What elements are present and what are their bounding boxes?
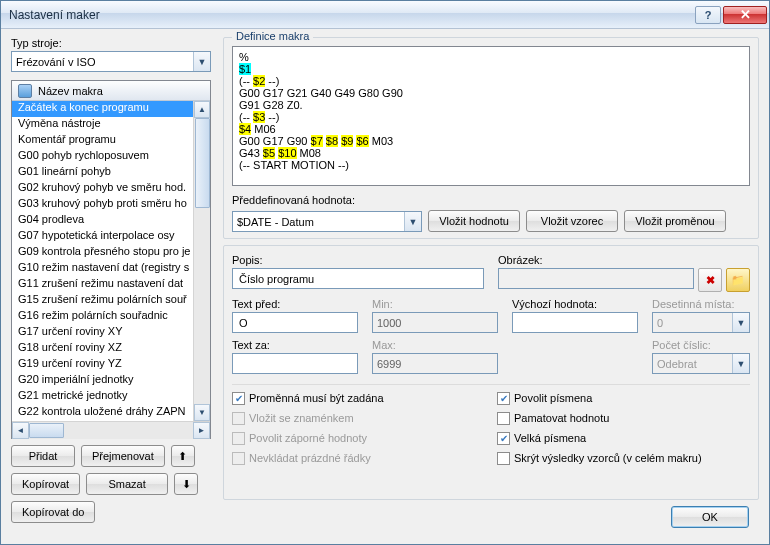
chk-hide[interactable] [497, 452, 510, 465]
machine-type-value: Frézování v ISO [16, 56, 95, 68]
image-label: Obrázek: [498, 254, 750, 266]
text-before-field[interactable] [237, 316, 353, 330]
list-item[interactable]: G04 prodleva [12, 213, 193, 229]
folder-icon: 📁 [731, 274, 745, 287]
machine-type-label: Typ stroje: [11, 37, 211, 49]
insert-variable-button[interactable]: Vložit proměnou [624, 210, 726, 232]
digits-value: Odebrat [657, 358, 697, 370]
chk-must-enter[interactable]: ✔ [232, 392, 245, 405]
close-button[interactable]: ✕ [723, 6, 767, 24]
vscroll-thumb[interactable] [195, 118, 210, 208]
macro-listbox[interactable]: Název makra Začátek a konec programuVýmě… [11, 80, 211, 439]
chevron-down-icon: ▼ [732, 354, 749, 373]
list-hscroll[interactable]: ◄ ► [12, 421, 210, 438]
move-up-button[interactable]: ⬆ [171, 445, 195, 467]
list-vscroll[interactable]: ▲ ▼ [193, 101, 210, 421]
properties-group: Popis: Obrázek: ✖ 📁 Text před: [223, 245, 759, 500]
chevron-down-icon: ▼ [193, 52, 210, 71]
decimals-combo: 0 ▼ [652, 312, 750, 333]
predef-value: $DATE - Datum [237, 216, 314, 228]
predef-combo[interactable]: $DATE - Datum ▼ [232, 211, 422, 232]
list-item[interactable]: G00 pohyb rychloposuvem [12, 149, 193, 165]
clear-image-button[interactable]: ✖ [698, 268, 722, 292]
definition-title: Definice makra [232, 30, 313, 42]
chk-signed-label: Vložit se znaménkem [249, 412, 354, 424]
chk-noempty [232, 452, 245, 465]
max-value: 6999 [372, 353, 498, 374]
min-label: Min: [372, 298, 498, 310]
list-item[interactable]: G03 kruhový pohyb proti směru ho [12, 197, 193, 213]
text-before-input[interactable] [232, 312, 358, 333]
list-item[interactable]: G09 kontrola přesného stopu pro je [12, 245, 193, 261]
default-field[interactable] [517, 316, 633, 330]
list-item[interactable]: G19 určení roviny YZ [12, 357, 193, 373]
list-item[interactable]: G16 režim polárních souřadnic [12, 309, 193, 325]
hscroll-thumb[interactable] [29, 423, 64, 438]
titlebar: Nastavení maker ? ✕ [1, 1, 769, 29]
list-item[interactable]: G18 určení roviny XZ [12, 341, 193, 357]
digits-label: Počet číslic: [652, 339, 750, 351]
add-button[interactable]: Přidat [11, 445, 75, 467]
list-item[interactable]: G11 zrušení režimu nastavení dat [12, 277, 193, 293]
chk-letters[interactable]: ✔ [497, 392, 510, 405]
delete-button[interactable]: Smazat [86, 473, 168, 495]
copy-button[interactable]: Kopírovat [11, 473, 80, 495]
list-item[interactable]: G22 kontrola uložené dráhy ZAPN [12, 405, 193, 421]
machine-type-combo[interactable]: Frézování v ISO ▼ [11, 51, 211, 72]
chk-signed [232, 412, 245, 425]
chk-remember[interactable] [497, 412, 510, 425]
chk-remember-label: Pamatovat hodnotu [514, 412, 609, 424]
scroll-right-icon[interactable]: ► [193, 422, 210, 439]
max-label: Max: [372, 339, 498, 351]
list-item[interactable]: G15 zrušení režimu polárních souř [12, 293, 193, 309]
list-item[interactable]: Komentář programu [12, 133, 193, 149]
chk-hide-label: Skrýt výsledky vzorců (v celém makru) [514, 452, 702, 464]
decimals-value: 0 [657, 317, 663, 329]
chk-must-enter-label: Proměnná musí být zadána [249, 392, 384, 404]
scroll-up-icon[interactable]: ▲ [194, 101, 210, 118]
list-header[interactable]: Název makra [12, 81, 210, 101]
image-path [498, 268, 694, 289]
decimals-label: Desetinná místa: [652, 298, 750, 310]
desc-field[interactable] [237, 272, 479, 286]
definition-group: Definice makra %$1(-- $2 --)G00 G17 G21 … [223, 37, 759, 239]
scroll-down-icon[interactable]: ▼ [194, 404, 210, 421]
list-item[interactable]: G07 hypotetická interpolace osy [12, 229, 193, 245]
list-item[interactable]: G17 určení roviny XY [12, 325, 193, 341]
move-down-button[interactable]: ⬇ [174, 473, 198, 495]
list-header-icon [18, 84, 32, 98]
list-item[interactable]: Výměna nástroje [12, 117, 193, 133]
help-button[interactable]: ? [695, 6, 721, 24]
arrow-down-icon: ⬇ [182, 478, 191, 491]
chk-letters-label: Povolit písmena [514, 392, 592, 404]
chevron-down-icon: ▼ [404, 212, 421, 231]
copy-to-button[interactable]: Kopírovat do [11, 501, 95, 523]
insert-value-button[interactable]: Vložit hodnotu [428, 210, 520, 232]
list-item[interactable]: Začátek a konec programu [12, 101, 193, 117]
list-item[interactable]: G02 kruhový pohyb ve směru hod. [12, 181, 193, 197]
list-header-label: Název makra [38, 85, 103, 97]
browse-image-button[interactable]: 📁 [726, 268, 750, 292]
digits-combo: Odebrat ▼ [652, 353, 750, 374]
macro-editor[interactable]: %$1(-- $2 --)G00 G17 G21 G40 G49 G80 G90… [232, 46, 750, 186]
default-input[interactable] [512, 312, 638, 333]
min-value: 1000 [372, 312, 498, 333]
ok-button[interactable]: OK [671, 506, 749, 528]
text-after-input[interactable] [232, 353, 358, 374]
desc-input[interactable] [232, 268, 484, 289]
chk-upper-label: Velká písmena [514, 432, 586, 444]
chk-neg [232, 432, 245, 445]
scroll-left-icon[interactable]: ◄ [12, 422, 29, 439]
list-item[interactable]: G01 lineární pohyb [12, 165, 193, 181]
desc-label: Popis: [232, 254, 484, 266]
text-before-label: Text před: [232, 298, 358, 310]
chk-upper[interactable]: ✔ [497, 432, 510, 445]
text-after-label: Text za: [232, 339, 358, 351]
list-item[interactable]: G20 imperiální jednotky [12, 373, 193, 389]
rename-button[interactable]: Přejmenovat [81, 445, 165, 467]
list-item[interactable]: G10 režim nastavení dat (registry s [12, 261, 193, 277]
text-after-field[interactable] [237, 357, 353, 371]
insert-pattern-button[interactable]: Vložit vzorec [526, 210, 618, 232]
close-icon: ✖ [706, 274, 715, 287]
list-item[interactable]: G21 metrické jednotky [12, 389, 193, 405]
